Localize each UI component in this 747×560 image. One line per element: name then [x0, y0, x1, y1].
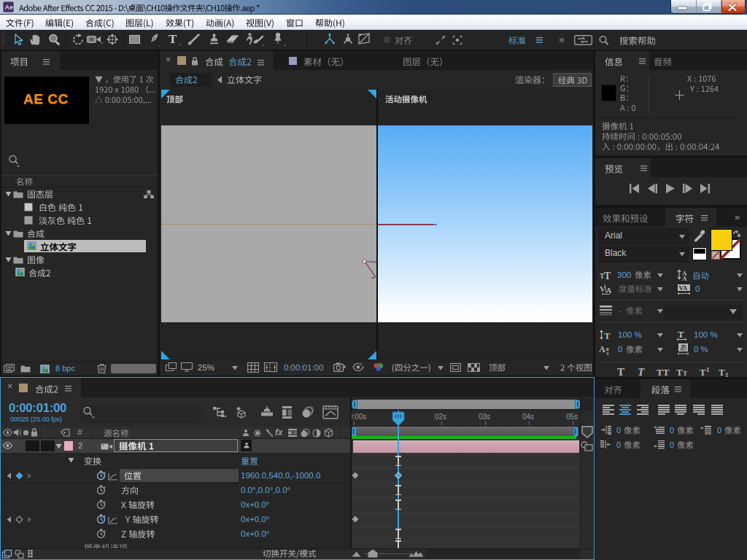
svg-text:T: T [169, 33, 177, 45]
svg-text:1: 1 [706, 366, 710, 373]
svg-text:VA: VA [679, 284, 688, 292]
svg-text:T: T [683, 370, 687, 377]
svg-text:T: T [719, 367, 725, 377]
svg-text:A: A [606, 286, 612, 295]
svg-text:T: T [676, 367, 683, 377]
svg-text:A: A [599, 344, 605, 354]
svg-text:T: T [638, 366, 645, 377]
svg-text:1: 1 [725, 371, 729, 377]
svg-text:V: V [600, 284, 605, 293]
svg-text:A: A [682, 275, 687, 281]
svg-text:T: T [604, 330, 611, 341]
svg-text:T: T [617, 366, 624, 377]
svg-text:T: T [678, 330, 684, 340]
svg-text:T: T [604, 271, 611, 279]
svg-text:a: a [606, 346, 609, 352]
svg-text:T: T [700, 367, 706, 377]
svg-text:TT: TT [657, 367, 670, 377]
